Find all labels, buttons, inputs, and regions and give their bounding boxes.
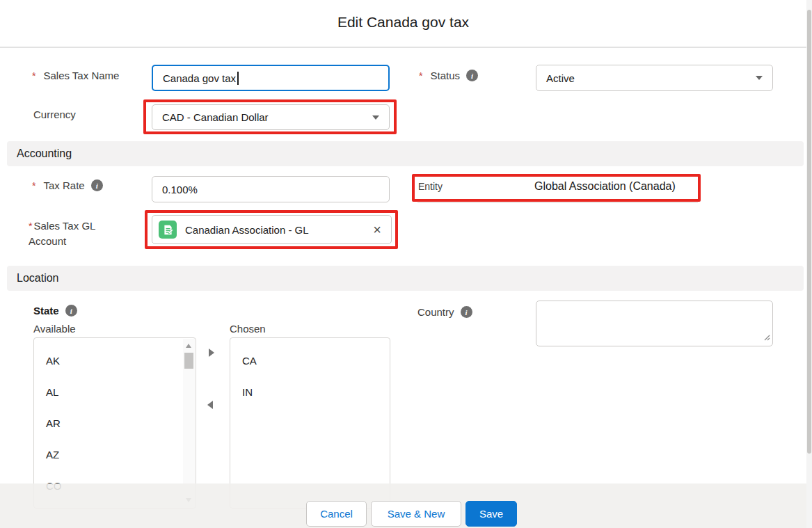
- gl-account-value: Canadian Association - GL: [185, 224, 365, 236]
- available-option[interactable]: AL: [34, 376, 196, 408]
- text-caret: [237, 72, 239, 85]
- available-option[interactable]: AR: [34, 408, 196, 439]
- state-label: State i: [33, 305, 77, 317]
- country-info-icon[interactable]: i: [461, 306, 472, 318]
- sales-tax-name-input[interactable]: Canada gov tax: [152, 65, 390, 91]
- available-list-scrollbar[interactable]: [183, 339, 195, 507]
- required-asterisk: *: [32, 70, 35, 81]
- scroll-up-icon[interactable]: [186, 344, 191, 348]
- section-header-location: Location: [7, 266, 804, 291]
- available-option[interactable]: AK: [34, 345, 196, 376]
- remove-icon[interactable]: ×: [373, 223, 381, 237]
- save-and-new-button[interactable]: Save & New: [371, 501, 461, 527]
- tax-rate-info-icon[interactable]: i: [91, 179, 103, 191]
- status-label: * Status i: [419, 70, 478, 81]
- chosen-option[interactable]: IN: [230, 376, 390, 408]
- gl-account-lookup-pill[interactable]: Canadian Association - GL ×: [152, 215, 392, 244]
- gl-account-label: *Sales Tax GL Account: [29, 218, 133, 249]
- chosen-option[interactable]: CA: [230, 345, 390, 376]
- entity-label: Entity: [418, 181, 443, 192]
- currency-dropdown[interactable]: CAD - Canadian Dollar: [152, 104, 390, 130]
- status-info-icon[interactable]: i: [466, 70, 478, 81]
- resize-handle-icon[interactable]: [763, 331, 770, 344]
- state-info-icon[interactable]: i: [65, 305, 77, 317]
- sales-tax-name-label: * Sales Tax Name: [32, 70, 119, 81]
- currency-label: Currency: [33, 109, 76, 120]
- header-divider: [0, 47, 806, 48]
- tax-rate-input[interactable]: 0.100%: [152, 176, 390, 202]
- cancel-button[interactable]: Cancel: [306, 501, 367, 527]
- section-header-accounting: Accounting: [7, 141, 804, 166]
- entity-underline: [417, 202, 698, 203]
- page-title: Edit Canada gov tax: [0, 14, 806, 31]
- modal-footer: Cancel Save & New Save: [0, 483, 812, 528]
- tax-rate-label: * Tax Rate i: [32, 179, 103, 191]
- chosen-label: Chosen: [230, 323, 266, 335]
- move-to-chosen-button[interactable]: [209, 349, 214, 357]
- status-dropdown[interactable]: Active: [536, 65, 773, 91]
- available-option[interactable]: AZ: [34, 439, 196, 470]
- scrollbar-thumb[interactable]: [184, 353, 193, 369]
- modal-scrollbar[interactable]: [806, 0, 812, 528]
- scrollbar-thumb[interactable]: [807, 10, 811, 454]
- move-to-available-button[interactable]: [207, 401, 213, 409]
- country-textarea[interactable]: [536, 301, 773, 346]
- entity-value: Global Association (Canada): [534, 180, 676, 193]
- save-button[interactable]: Save: [465, 501, 517, 527]
- chevron-down-icon: [372, 115, 379, 120]
- ledger-document-icon: [159, 221, 177, 239]
- country-label: Country i: [417, 306, 472, 318]
- available-label: Available: [33, 323, 76, 335]
- chevron-down-icon: [756, 76, 763, 80]
